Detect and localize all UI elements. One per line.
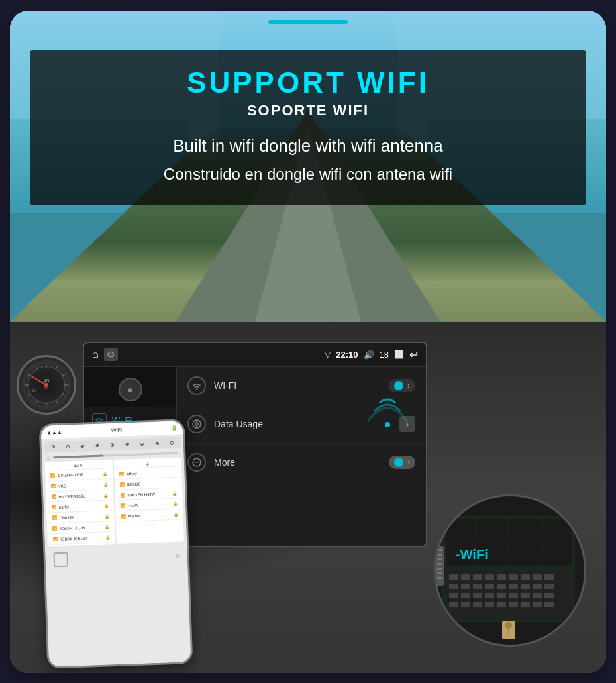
phone-wifi-name-7: atKey	[127, 470, 176, 476]
svg-rect-55	[497, 584, 506, 589]
status-time: 22:10	[336, 350, 358, 360]
svg-point-30	[196, 462, 197, 463]
phone-settings-icon: ⚙	[175, 552, 180, 558]
phone-lock-0: 🔒	[103, 471, 107, 476]
setting-row-wifi-left: WI-FI	[187, 376, 236, 395]
dashboard-section: 40 60 20 ⌂ ⚙ ▽ 22:10 🔊	[10, 322, 606, 673]
phone-lock-5: 🔒	[105, 524, 109, 529]
svg-line-3	[56, 366, 57, 368]
hero-desc-en: Built in wifi dongle with wifi antenna	[50, 134, 566, 158]
svg-point-18	[44, 383, 48, 387]
svg-rect-59	[544, 584, 554, 589]
svg-rect-46	[497, 574, 506, 580]
svg-rect-79	[437, 549, 442, 551]
hero-overlay: SUPPORT WIFI SOPORTE WIFI Built in wifi …	[30, 50, 586, 205]
setting-row-more[interactable]: More ›	[177, 444, 426, 482]
svg-rect-76	[533, 602, 542, 607]
svg-rect-65	[509, 593, 518, 598]
more-toggle-dot	[394, 458, 403, 467]
phone-wifi-name-1: YK5	[58, 482, 101, 488]
phone-lock-4: 🔒	[104, 513, 109, 518]
phone-wifi-name-8: 888888	[127, 480, 177, 486]
hardware-zoom-circle: -WiFi	[434, 494, 586, 647]
phone-wifi-name-2: HNYWER303L	[58, 493, 101, 498]
svg-rect-47	[509, 574, 518, 580]
phone-wifi-item-6[interactable]: 📶 73B84_ICEL3J 🔒	[48, 532, 113, 545]
svg-line-10	[28, 394, 30, 395]
svg-rect-70	[461, 602, 470, 607]
svg-rect-44	[473, 574, 482, 580]
data-usage-icon	[187, 415, 206, 433]
svg-rect-49	[533, 574, 542, 580]
svg-rect-58	[533, 584, 542, 589]
svg-text:20: 20	[32, 388, 37, 392]
svg-rect-74	[509, 602, 518, 607]
drag-handle[interactable]	[268, 20, 348, 24]
nav-avatar: ●	[119, 378, 142, 401]
setting-more-label: More	[214, 457, 235, 468]
svg-rect-78	[436, 546, 444, 586]
phone-wifi-name-4: CiNuNK	[59, 514, 101, 519]
phone-lock-10: 🔒	[173, 501, 178, 505]
phone-wifi-name-9: 8BKXEH H4JW	[127, 491, 170, 496]
svg-line-4	[62, 374, 64, 376]
phone-wifi-name-0: CiNuNK-ICEI8	[58, 472, 100, 477]
hero-title-es: SOPORTE WIFI	[50, 102, 566, 119]
svg-rect-63	[485, 593, 494, 598]
phone-home-btn[interactable]	[53, 552, 68, 567]
svg-rect-57	[521, 584, 530, 589]
svg-rect-82	[437, 563, 442, 565]
svg-rect-80	[437, 554, 442, 556]
svg-rect-68	[544, 593, 554, 598]
svg-rect-85	[437, 577, 442, 579]
hero-title-en: SUPPORT WIFI	[50, 66, 566, 99]
svg-rect-48	[521, 574, 530, 580]
outer-card: SUPPORT WIFI SOPORTE WIFI Built in wifi …	[10, 11, 606, 673]
more-icon	[187, 453, 206, 472]
svg-rect-75	[521, 602, 530, 607]
phone-lock-1: 🔒	[103, 482, 108, 486]
wifi-signal-icon: ▽	[325, 350, 331, 359]
svg-line-6	[62, 394, 64, 395]
setting-data-label: Data Usage	[214, 419, 263, 429]
svg-rect-72	[485, 602, 494, 607]
home-icon[interactable]: ⌂	[92, 348, 99, 360]
phone-lock-6: 🔒	[105, 535, 110, 539]
svg-rect-50	[544, 574, 554, 580]
svg-rect-64	[497, 593, 506, 598]
phone-lock-11: 🔒	[173, 511, 178, 516]
svg-rect-43	[461, 574, 470, 580]
svg-rect-53	[473, 584, 482, 589]
back-icon[interactable]: ↩	[409, 348, 418, 361]
hero-desc-es: Construido en dongle wifi con antena wif…	[50, 163, 566, 185]
zoom-inner: -WiFi	[436, 496, 584, 645]
volume-level: 18	[380, 350, 389, 360]
more-toggle[interactable]: ›	[389, 456, 415, 469]
svg-rect-56	[509, 584, 518, 589]
svg-point-88	[505, 622, 512, 629]
phone-wifi-name-3: topfei	[59, 503, 101, 509]
svg-rect-42	[449, 574, 458, 580]
svg-rect-51	[449, 584, 458, 589]
svg-rect-52	[461, 584, 470, 589]
phone-lock-9: 🔒	[172, 490, 177, 495]
hero-section: SUPPORT WIFI SOPORTE WIFI Built in wifi …	[10, 11, 606, 322]
svg-point-31	[198, 462, 199, 463]
svg-line-13	[36, 366, 37, 368]
status-right: ▽ 22:10 🔊 18 ⬜ ↩	[325, 348, 418, 361]
phone-battery: 🔋	[171, 425, 178, 431]
svg-rect-83	[437, 568, 442, 570]
svg-rect-66	[521, 593, 530, 598]
svg-rect-67	[533, 593, 542, 598]
phone-mockup: ▲▲▲ WiFi 🔋 ⊕ ⊕ ⊕ ⊕ ⊕ ⊕ ⊕ ⊕ ⊕	[39, 419, 193, 668]
svg-point-29	[194, 462, 195, 463]
setting-row-more-left: More	[187, 453, 235, 472]
speedometer-circle: 40 60 20	[17, 355, 76, 415]
speedometer: 40 60 20	[17, 355, 83, 421]
svg-text:40: 40	[44, 378, 50, 384]
setting-row-data-left: Data Usage	[187, 415, 263, 433]
phone-wifi-name-5: ICEIJH LT_JH	[60, 525, 102, 530]
settings-icon[interactable]: ⚙	[104, 348, 118, 361]
svg-rect-81	[437, 558, 442, 560]
svg-rect-77	[544, 602, 554, 607]
